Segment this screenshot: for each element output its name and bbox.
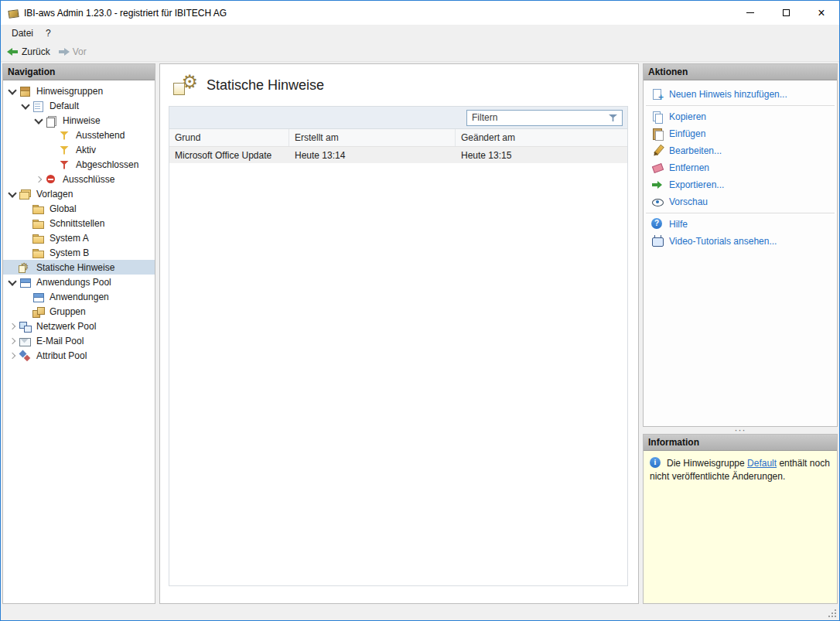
tree-item-attribut-pool[interactable]: Attribut Pool <box>3 348 155 363</box>
tree-item-netzwerk-pool[interactable]: Netzwerk Pool <box>3 319 155 333</box>
panel-splitter[interactable]: ··· <box>643 427 838 434</box>
groups-icon <box>32 305 44 318</box>
expander-spacer <box>19 203 32 215</box>
tree-item-label: Schnittstellen <box>48 217 106 230</box>
default-link[interactable]: Default <box>747 458 777 469</box>
tree-item-label: Ausschlüsse <box>61 173 116 186</box>
menu-help[interactable]: ? <box>39 26 57 40</box>
filter-input[interactable] <box>467 111 605 125</box>
action-entfernen[interactable]: Entfernen <box>644 159 837 176</box>
minimize-button[interactable] <box>732 1 768 25</box>
export-icon <box>651 179 664 191</box>
tree-item-anwendungen[interactable]: Anwendungen <box>3 289 155 304</box>
expander-spacer <box>6 261 19 274</box>
action-neuen-hinweis-hinzuf-gen[interactable]: Neuen Hinweis hinzufügen... <box>644 86 837 103</box>
remove-icon <box>651 162 664 174</box>
filter-yellow-icon <box>58 144 70 156</box>
nav-tree: HinweisgruppenDefaultHinweiseAusstehendA… <box>3 80 155 363</box>
chevron-right-icon[interactable] <box>6 320 19 333</box>
tree-item-label: Ausstehend <box>74 129 126 142</box>
tree-item-vorlagen[interactable]: Vorlagen <box>3 186 155 201</box>
tree-item-schnittstellen[interactable]: Schnittstellen <box>3 216 155 230</box>
chevron-down-icon[interactable] <box>6 188 19 200</box>
tree-item-system-b[interactable]: System B <box>3 245 155 260</box>
right-column: Aktionen Neuen Hinweis hinzufügen...Kopi… <box>643 63 838 604</box>
filter-box <box>466 110 623 126</box>
info-text-before: Die Hinweisgruppe <box>667 458 747 469</box>
actions-panel: Aktionen Neuen Hinweis hinzufügen...Kopi… <box>643 63 838 427</box>
separator <box>646 105 835 106</box>
tree-item-statische-hinweise[interactable]: Statische Hinweise <box>3 260 155 275</box>
navigation-panel: Navigation HinweisgruppenDefaultHinweise… <box>2 63 155 604</box>
action-video-tutorials-ansehen[interactable]: Video-Tutorials ansehen... <box>644 233 837 250</box>
tree-item-label: Abgeschlossen <box>74 159 140 171</box>
edit-icon <box>651 145 664 157</box>
forward-label: Vor <box>73 46 87 57</box>
table-row[interactable]: Microsoft Office UpdateHeute 13:14Heute … <box>169 147 627 163</box>
templates-icon <box>19 188 31 200</box>
tree-item-hinweisgruppen[interactable]: Hinweisgruppen <box>3 84 155 98</box>
tree-item-label: Attribut Pool <box>35 350 88 362</box>
tree-item-anwendungs-pool[interactable]: Anwendungs Pool <box>3 275 155 289</box>
copy-icon <box>651 111 664 123</box>
toolbar: Zurück Vor <box>1 42 839 62</box>
separator <box>646 213 835 213</box>
chevron-right-icon[interactable] <box>32 173 45 186</box>
tree-item-ausstehend[interactable]: Ausstehend <box>3 128 155 142</box>
column-header-erstellt-am[interactable]: Erstellt am <box>289 129 456 146</box>
tree-item-global[interactable]: Global <box>3 201 155 216</box>
menubar: Datei ? <box>1 25 839 42</box>
notices-list-control: GrundErstellt amGeändert am Microsoft Of… <box>169 106 628 586</box>
tree-item-abgeschlossen[interactable]: Abgeschlossen <box>3 157 155 172</box>
chevron-right-icon[interactable] <box>6 350 19 362</box>
static-notices-icon <box>172 73 197 97</box>
action-label: Vorschau <box>669 196 708 207</box>
action-hilfe[interactable]: Hilfe <box>644 216 837 233</box>
resize-grip[interactable] <box>826 607 837 618</box>
forward-button[interactable]: Vor <box>55 44 91 60</box>
chevron-down-icon[interactable] <box>6 276 19 288</box>
menu-datei[interactable]: Datei <box>5 26 39 40</box>
tree-item-label: Statische Hinweise <box>35 261 116 274</box>
tree-item-label: Hinweise <box>61 114 102 127</box>
tree-item-system-a[interactable]: System A <box>3 230 155 245</box>
expander-spacer <box>19 217 32 230</box>
tree-item-ausschl-sse[interactable]: Ausschlüsse <box>3 172 155 186</box>
actions-list: Neuen Hinweis hinzufügen...KopierenEinfü… <box>644 80 837 426</box>
column-header-grund[interactable]: Grund <box>169 129 289 146</box>
chevron-down-icon[interactable] <box>6 85 19 97</box>
main-title-row: Statische Hinweise <box>160 64 638 101</box>
action-exportieren[interactable]: Exportieren... <box>644 176 837 193</box>
maximize-button[interactable] <box>768 1 804 25</box>
window-controls: × <box>732 1 839 25</box>
chevron-down-icon[interactable] <box>19 100 32 112</box>
expander-spacer <box>19 247 32 259</box>
help-icon <box>651 218 664 230</box>
tree-item-hinweise[interactable]: Hinweise <box>3 113 155 128</box>
app-window: IBI-aws Admin 1.23.0 - registriert für I… <box>0 0 840 621</box>
action-label: Video-Tutorials ansehen... <box>669 236 777 247</box>
funnel-icon <box>607 111 620 124</box>
action-einf-gen[interactable]: Einfügen <box>644 125 837 142</box>
tree-item-default[interactable]: Default <box>3 98 155 113</box>
filter-funnel-button[interactable] <box>605 111 622 125</box>
splitter-grip-icon: ··· <box>735 428 746 432</box>
preview-icon <box>651 196 664 208</box>
tree-item-label: Gruppen <box>48 305 87 318</box>
tree-item-label: Anwendungen <box>48 291 111 303</box>
column-header-ge-ndert-am[interactable]: Geändert am <box>456 129 627 146</box>
tree-item-e-mail-pool[interactable]: E-Mail Pool <box>3 333 155 348</box>
statusbar <box>1 606 839 620</box>
chevron-right-icon[interactable] <box>6 335 19 347</box>
email-pool-icon <box>19 335 31 347</box>
chevron-down-icon[interactable] <box>32 114 45 127</box>
video-icon <box>651 235 664 247</box>
tree-item-aktiv[interactable]: Aktiv <box>3 142 155 157</box>
close-button[interactable]: × <box>804 1 839 25</box>
action-vorschau[interactable]: Vorschau <box>644 193 837 210</box>
action-bearbeiten[interactable]: Bearbeiten... <box>644 142 837 159</box>
back-button[interactable]: Zurück <box>4 44 55 60</box>
action-kopieren[interactable]: Kopieren <box>644 108 837 125</box>
attribute-pool-icon <box>19 350 31 362</box>
tree-item-gruppen[interactable]: Gruppen <box>3 304 155 319</box>
